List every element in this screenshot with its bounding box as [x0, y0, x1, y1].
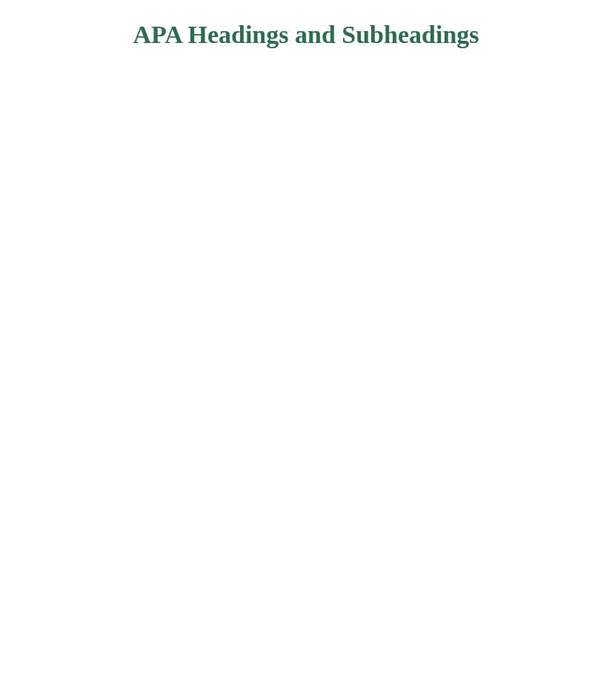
connector-lines — [0, 0, 612, 71]
